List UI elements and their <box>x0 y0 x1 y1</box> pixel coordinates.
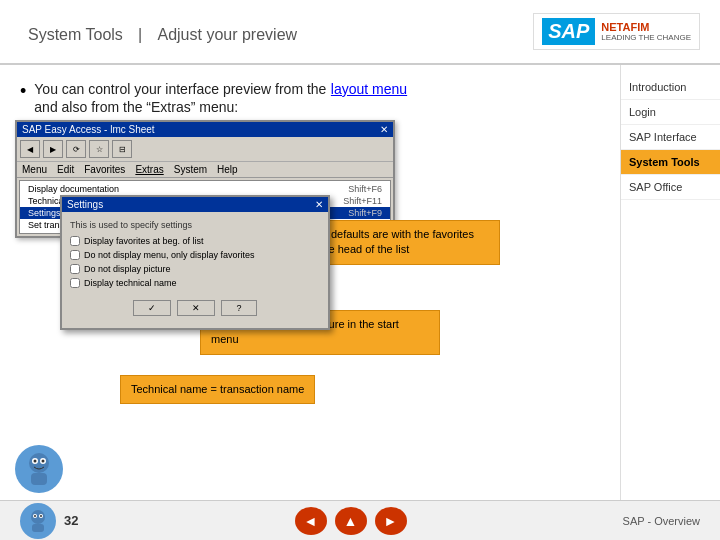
sidebar-item-sap-office[interactable]: SAP Office <box>621 175 720 200</box>
settings-cancel-button[interactable]: ✕ <box>177 300 215 316</box>
svg-point-3 <box>34 460 37 463</box>
checkbox-row-1: Display favorites at beg. of list <box>70 236 320 246</box>
logo-area: SAP NETAFIM LEADING THE CHANGE <box>533 13 700 50</box>
checkbox-1[interactable] <box>70 236 80 246</box>
checkbox-3[interactable] <box>70 264 80 274</box>
toolbar-btn-1[interactable]: ◀ <box>20 140 40 158</box>
nav-prev-button[interactable]: ◄ <box>295 507 327 535</box>
nav-next-button[interactable]: ► <box>375 507 407 535</box>
settings-ok-button[interactable]: ✓ <box>133 300 171 316</box>
svg-rect-11 <box>32 524 44 532</box>
bullet-text: You can control your interface preview f… <box>34 80 407 116</box>
bullet-section: • You can control your interface preview… <box>20 80 600 116</box>
page-title: System Tools | Adjust your preview <box>20 16 297 47</box>
main-area: • You can control your interface preview… <box>0 65 720 540</box>
bottom-mascot-svg <box>24 507 52 535</box>
sap-window-title: SAP Easy Access - lmc Sheet <box>22 124 155 135</box>
checkbox-row-4: Display technical name <box>70 278 320 288</box>
tagline-text: LEADING THE CHANGE <box>601 33 691 42</box>
menu-favorites[interactable]: Favorites <box>84 164 125 175</box>
sap-close-btn[interactable]: ✕ <box>380 124 388 135</box>
sap-logo: SAP NETAFIM LEADING THE CHANGE <box>533 13 700 50</box>
bullet-text-after: and also from the “Extras” menu: <box>34 99 238 115</box>
sidebar: Introduction Login SAP Interface System … <box>620 65 720 540</box>
checkbox-4[interactable] <box>70 278 80 288</box>
menu-edit[interactable]: Edit <box>57 164 74 175</box>
checkbox-2[interactable] <box>70 250 80 260</box>
settings-title: Settings <box>67 199 103 210</box>
svg-point-6 <box>31 510 45 524</box>
svg-point-9 <box>34 515 36 517</box>
svg-point-0 <box>29 453 49 473</box>
sidebar-item-sap-interface[interactable]: SAP Interface <box>621 125 720 150</box>
dropdown-item-1[interactable]: Display documentation Shift+F6 <box>20 183 390 195</box>
sidebar-item-login[interactable]: Login <box>621 100 720 125</box>
menu-system[interactable]: System <box>174 164 207 175</box>
nav-up-button[interactable]: ▲ <box>335 507 367 535</box>
mascot-svg <box>19 449 59 489</box>
svg-point-4 <box>42 460 45 463</box>
bottom-bar: 32 ◄ ▲ ► SAP - Overview <box>0 500 720 540</box>
header: System Tools | Adjust your preview SAP N… <box>0 0 720 65</box>
toolbar-btn-5[interactable]: ⊟ <box>112 140 132 158</box>
title-main: System Tools <box>28 26 123 43</box>
footer-text: SAP - Overview <box>623 515 700 527</box>
checkbox-label-1: Display favorites at beg. of list <box>84 236 204 246</box>
menu-menu[interactable]: Menu <box>22 164 47 175</box>
mascot-circle <box>15 445 63 493</box>
settings-buttons: ✓ ✕ ? <box>70 296 320 320</box>
sap-menubar: Menu Edit Favorites Extras System Help <box>17 162 393 178</box>
checkbox-label-3: Do not display picture <box>84 264 171 274</box>
layout-menu-link[interactable]: layout menu <box>331 81 407 97</box>
settings-help-button[interactable]: ? <box>221 300 256 316</box>
checkbox-label-2: Do not display menu, only display favori… <box>84 250 255 260</box>
mascot <box>15 445 65 495</box>
sap-brand-text: SAP <box>542 18 595 45</box>
toolbar-btn-2[interactable]: ▶ <box>43 140 63 158</box>
content-area: • You can control your interface preview… <box>0 65 620 540</box>
settings-dialog: Settings ✕ This is used to specify setti… <box>60 195 330 330</box>
checkbox-row-3: Do not display picture <box>70 264 320 274</box>
settings-close[interactable]: ✕ <box>315 199 323 210</box>
sidebar-item-introduction[interactable]: Introduction <box>621 75 720 100</box>
bullet-icon: • <box>20 80 26 103</box>
menu-extras[interactable]: Extras <box>135 164 163 175</box>
sap-titlebar: SAP Easy Access - lmc Sheet ✕ <box>17 122 393 137</box>
nav-buttons: ◄ ▲ ► <box>295 507 407 535</box>
svg-point-10 <box>40 515 42 517</box>
callout-3: Technical name = transaction name <box>120 375 315 404</box>
checkbox-label-4: Display technical name <box>84 278 177 288</box>
settings-body: This is used to specify settings Display… <box>62 212 328 328</box>
toolbar-btn-3[interactable]: ⟳ <box>66 140 86 158</box>
title-subtitle: Adjust your preview <box>157 26 297 43</box>
checkbox-row-2: Do not display menu, only display favori… <box>70 250 320 260</box>
netafim-text: NETAFIM <box>601 21 691 33</box>
sap-toolbar: ◀ ▶ ⟳ ☆ ⊟ <box>17 137 393 162</box>
sidebar-item-system-tools[interactable]: System Tools <box>621 150 720 175</box>
toolbar-btn-4[interactable]: ☆ <box>89 140 109 158</box>
svg-rect-5 <box>31 473 47 485</box>
settings-titlebar: Settings ✕ <box>62 197 328 212</box>
bullet-text-before: You can control your interface preview f… <box>34 81 326 97</box>
page-number: 32 <box>64 513 78 528</box>
bottom-mascot <box>20 503 56 539</box>
title-separator: | <box>138 26 142 43</box>
menu-help[interactable]: Help <box>217 164 238 175</box>
settings-description: This is used to specify settings <box>70 220 320 230</box>
